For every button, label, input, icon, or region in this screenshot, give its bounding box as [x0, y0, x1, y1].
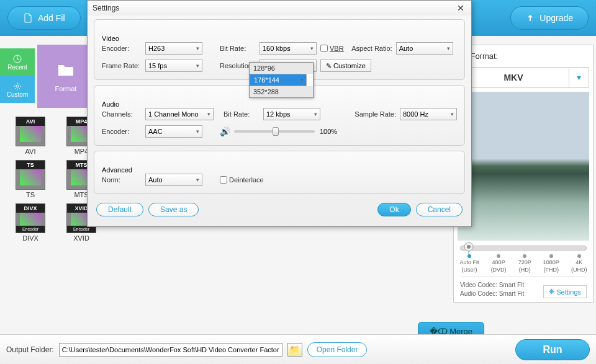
chevron-down-icon[interactable]: ▼	[569, 68, 589, 87]
audio-bitrate-select[interactable]: 12 kbps	[263, 108, 320, 120]
output-folder-label: Output Folder:	[6, 345, 54, 354]
video-bitrate-select[interactable]: 160 kbps	[260, 42, 317, 55]
audio-encoder-select[interactable]: AAC	[145, 125, 202, 138]
format-item[interactable]: DIVXEncoderDIVX	[6, 203, 55, 242]
tab-custom[interactable]: Custom	[0, 76, 35, 103]
channels-select[interactable]: 1 Channel Mono	[145, 108, 214, 120]
settings-button[interactable]: ❋ Settings	[543, 285, 587, 298]
preview-image	[458, 92, 589, 241]
file-plus-icon	[23, 13, 33, 23]
resolution-slider[interactable]	[460, 246, 587, 251]
svg-point-1	[16, 85, 19, 87]
clock-icon	[12, 54, 22, 64]
pencil-icon: ✎	[326, 62, 332, 70]
upload-icon	[526, 14, 535, 22]
speaker-icon: 🔊	[220, 127, 230, 136]
resolution-tick[interactable]: 1080P(FHD)	[543, 254, 559, 273]
samplerate-select[interactable]: 8000 Hz	[400, 108, 457, 120]
ok-button[interactable]: Ok	[377, 203, 410, 216]
svg-point-3	[467, 245, 471, 249]
video-encoder-select[interactable]: H263	[145, 42, 202, 55]
resolution-tick[interactable]: Auto Fit(User)	[460, 254, 479, 273]
gear-icon: ❋	[549, 288, 554, 296]
aspect-ratio-select[interactable]: Auto	[396, 42, 453, 55]
norm-select[interactable]: Auto	[145, 174, 202, 186]
left-tabs: Recent Custom	[0, 48, 35, 103]
default-button[interactable]: Default	[96, 203, 143, 216]
output-folder-input[interactable]	[59, 343, 282, 357]
format-item[interactable]: TSTS	[6, 160, 55, 198]
resolution-ticks: Auto Fit(User)480P(DVD)720P(HD)1080P(FHD…	[454, 254, 593, 273]
open-folder-button[interactable]: Open Folder	[307, 342, 368, 357]
folder-icon	[56, 60, 76, 80]
dropdown-option[interactable]: 352*288	[250, 86, 313, 97]
cancel-button[interactable]: Cancel	[416, 203, 463, 216]
output-format-panel: ut Format: MKV ▼ Auto Fit(User)480P(DVD)…	[453, 45, 594, 303]
codec-info: Video Codec: Smart Fit Audio Codec: Smar…	[460, 281, 524, 298]
customize-button[interactable]: ✎Customize	[320, 60, 371, 72]
settings-dialog: Settings ✕ Video Encoder: H263 Bit Rate:…	[87, 0, 472, 227]
advanced-fieldset: Advanced Norm: Auto Deinterlace	[94, 151, 465, 194]
bottom-bar: Output Folder: 📁 Open Folder Run	[0, 334, 596, 364]
output-format-select[interactable]: MKV ▼	[458, 67, 589, 88]
add-files-button[interactable]: Add Fil	[7, 6, 81, 30]
framerate-select[interactable]: 15 fps	[145, 60, 202, 72]
deinterlace-checkbox[interactable]: Deinterlace	[220, 176, 264, 184]
resolution-dropdown: 128*96176*144352*288	[249, 62, 314, 98]
upgrade-button[interactable]: Upgrade	[510, 6, 589, 30]
slider-thumb-icon[interactable]	[464, 242, 474, 254]
vbr-checkbox[interactable]: VBR	[320, 45, 344, 52]
browse-folder-button[interactable]: 📁	[287, 343, 302, 357]
dropdown-option[interactable]: 128*96	[250, 63, 313, 74]
close-icon[interactable]: ✕	[455, 3, 466, 13]
gear-icon	[12, 81, 22, 91]
resolution-tick[interactable]: 480P(DVD)	[491, 254, 507, 273]
output-format-label: ut Format:	[454, 45, 593, 67]
dialog-titlebar: Settings ✕	[88, 1, 471, 16]
format-item[interactable]: AVIAVI	[6, 117, 55, 155]
run-button[interactable]: Run	[515, 339, 590, 360]
save-as-button[interactable]: Save as	[148, 203, 199, 216]
format-category[interactable]: Format	[37, 45, 94, 108]
resolution-tick[interactable]: 720P(HD)	[518, 254, 531, 273]
folder-icon: 📁	[289, 345, 300, 354]
volume-slider[interactable]: 100%	[234, 128, 457, 135]
dropdown-option[interactable]: 176*144	[250, 74, 307, 86]
tab-recent[interactable]: Recent	[0, 48, 35, 76]
resolution-tick[interactable]: 4K(UHD)	[571, 254, 587, 273]
